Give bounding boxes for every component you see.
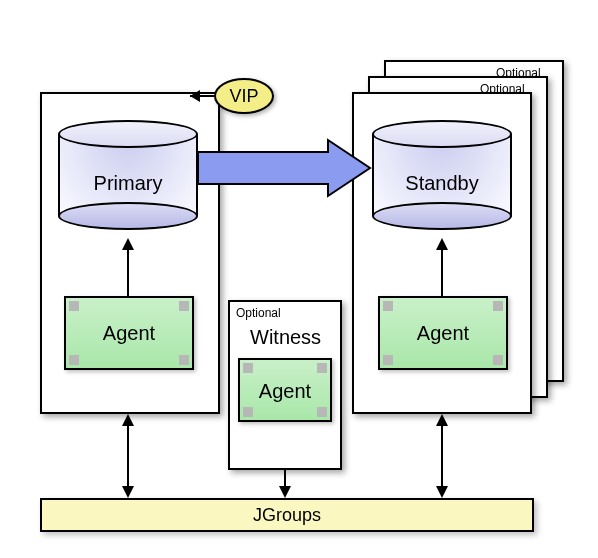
primary-agent-label: Agent <box>66 322 192 345</box>
svg-marker-13 <box>436 486 448 498</box>
replication-label: Streaming Replication <box>216 161 353 177</box>
primary-db-label: Primary <box>58 172 198 195</box>
witness-to-jgroups-arrow-icon <box>279 470 291 498</box>
witness-title: Witness <box>250 326 321 349</box>
primary-database-icon: Primary <box>58 120 198 230</box>
svg-marker-7 <box>122 414 134 426</box>
optional-label: Optional <box>236 306 281 320</box>
vip-node: VIP <box>214 78 274 114</box>
witness-agent-box: Agent <box>238 358 332 422</box>
svg-marker-10 <box>279 486 291 498</box>
primary-to-jgroups-arrow-icon <box>122 414 134 498</box>
standby-db-label: Standby <box>372 172 512 195</box>
standby-to-jgroups-arrow-icon <box>436 414 448 498</box>
witness-agent-label: Agent <box>240 380 330 403</box>
svg-marker-8 <box>122 486 134 498</box>
primary-agent-box: Agent <box>64 296 194 370</box>
standby-agent-label: Agent <box>380 322 506 345</box>
svg-marker-12 <box>436 414 448 426</box>
standby-database-icon: Standby <box>372 120 512 230</box>
diagram-stage: Optional Optional Optional Witness Prima… <box>0 0 598 558</box>
standby-agent-box: Agent <box>378 296 508 370</box>
jgroups-bus: JGroups <box>40 498 534 532</box>
